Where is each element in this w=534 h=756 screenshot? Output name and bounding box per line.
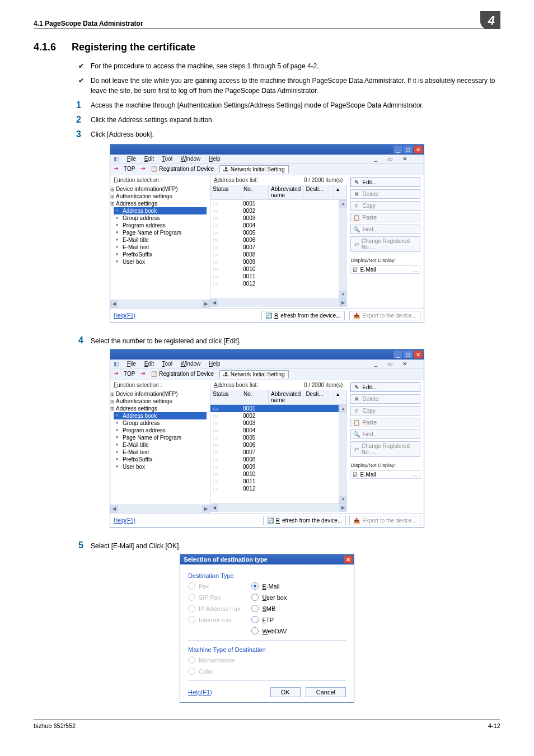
menu-help[interactable]: Help: [209, 156, 221, 162]
function-tree[interactable]: Device information(MFP)Authentication se…: [110, 183, 210, 300]
table-row[interactable]: 0005: [210, 434, 347, 441]
ok-button[interactable]: OK: [270, 687, 301, 697]
tree-item[interactable]: E-Mail text: [114, 244, 207, 251]
grid-body[interactable]: 0001000200030004000500060007000800090010…: [210, 200, 347, 298]
col-no[interactable]: No.: [241, 185, 269, 199]
tree-item[interactable]: E-Mail title: [114, 441, 207, 449]
tree-item[interactable]: Page Name of Program: [114, 434, 207, 441]
table-row[interactable]: 0002: [210, 207, 347, 214]
col-dest[interactable]: Desti...: [303, 185, 334, 199]
tree-item[interactable]: Address settings: [114, 405, 207, 412]
col-abbr[interactable]: Abbreviated name: [269, 185, 303, 199]
tree-hscroll[interactable]: ◀▶: [110, 300, 210, 308]
menu-edit[interactable]: Edit: [144, 361, 154, 367]
tree-item[interactable]: Prefix/Suffix: [114, 251, 207, 258]
tab-network-setting[interactable]: 🖧 Network Initial Setting: [219, 370, 289, 378]
mdi-close[interactable]: ✕: [402, 156, 407, 162]
tree-item[interactable]: Authentication settings: [114, 193, 207, 200]
maximize-button[interactable]: □: [404, 146, 413, 153]
table-row[interactable]: 0008: [210, 456, 347, 463]
radio-user-box[interactable]: User box: [251, 594, 287, 601]
minimize-button[interactable]: _: [394, 351, 402, 358]
tab-registration[interactable]: 📋 Registration of Device: [147, 165, 217, 173]
col-status[interactable]: Status: [210, 185, 241, 199]
tree-item[interactable]: E-Mail text: [114, 449, 207, 456]
table-row[interactable]: 0010: [210, 470, 347, 478]
table-row[interactable]: 0003: [210, 419, 347, 427]
menu-edit[interactable]: Edit: [144, 156, 154, 162]
export-button[interactable]: 📤 Export to the device...: [349, 516, 420, 525]
tree-item[interactable]: Address settings: [114, 200, 207, 207]
tree-item[interactable]: Program address: [114, 222, 207, 229]
edit-button[interactable]: ✎Edit...: [350, 178, 420, 187]
dialog-close-button[interactable]: ✕: [344, 556, 353, 563]
tree-item[interactable]: Device information(MFP): [114, 185, 207, 193]
radio-webdav[interactable]: WebDAV: [251, 627, 287, 634]
copy-button[interactable]: ⎘Copy: [350, 406, 420, 416]
menu-tool[interactable]: Tool: [162, 361, 172, 367]
display-email-check[interactable]: ☑E-Mail…: [350, 470, 420, 479]
refresh-button[interactable]: 🔄 Refresh from the device...: [261, 311, 345, 320]
table-row[interactable]: 0001: [210, 405, 347, 412]
tree-item[interactable]: E-Mail title: [114, 236, 207, 244]
delete-button[interactable]: ✖Delete: [350, 394, 420, 404]
tab-top[interactable]: TOP: [120, 370, 138, 378]
radio-e-mail[interactable]: E-Mail: [251, 582, 287, 590]
paste-button[interactable]: 📋Paste: [350, 213, 420, 222]
function-tree[interactable]: Device information(MFP)Authentication se…: [110, 388, 210, 505]
table-row[interactable]: 0006: [210, 236, 347, 244]
delete-button[interactable]: ✖Delete: [350, 189, 420, 199]
tree-item[interactable]: Program address: [114, 427, 207, 434]
tree-item[interactable]: User box: [114, 463, 207, 470]
menu-window[interactable]: Window: [181, 156, 201, 162]
tree-item[interactable]: Page Name of Program: [114, 229, 207, 236]
menu-tool[interactable]: Tool: [162, 156, 172, 162]
menu-file[interactable]: File: [127, 156, 136, 162]
menu-help[interactable]: Help: [209, 361, 221, 367]
tree-item[interactable]: Prefix/Suffix: [114, 456, 207, 463]
table-row[interactable]: 0007: [210, 244, 347, 251]
dialog-help-link[interactable]: Help(F1): [188, 689, 212, 696]
help-link[interactable]: Help(F1): [114, 312, 135, 319]
copy-button[interactable]: ⎘Copy: [350, 201, 420, 211]
tree-item[interactable]: Device information(MFP): [114, 390, 207, 398]
find-button[interactable]: 🔍Find...: [350, 225, 420, 234]
tree-item[interactable]: Group address: [114, 419, 207, 427]
minimize-button[interactable]: _: [394, 146, 402, 153]
table-row[interactable]: 0009: [210, 258, 347, 265]
tab-registration[interactable]: 📋 Registration of Device: [147, 370, 217, 378]
mdi-restore[interactable]: ▭: [387, 156, 392, 162]
menu-window[interactable]: Window: [181, 361, 201, 367]
radio-ftp[interactable]: FTP: [251, 616, 287, 623]
close-button[interactable]: ✕: [414, 351, 423, 358]
find-button[interactable]: 🔍Find...: [350, 430, 420, 439]
grid-hscroll[interactable]: ◀▶: [210, 298, 347, 307]
table-row[interactable]: 0008: [210, 251, 347, 258]
export-button[interactable]: 📤 Export to the device...: [349, 311, 420, 320]
table-row[interactable]: 0005: [210, 229, 347, 236]
help-link[interactable]: Help(F1): [114, 517, 135, 524]
paste-button[interactable]: 📋Paste: [350, 418, 420, 427]
tree-item[interactable]: Group address: [114, 214, 207, 222]
tree-item[interactable]: Authentication settings: [114, 398, 207, 405]
cancel-button[interactable]: Cancel: [306, 687, 346, 697]
table-row[interactable]: 0009: [210, 463, 347, 470]
table-row[interactable]: 0002: [210, 412, 347, 419]
menu-file[interactable]: File: [127, 361, 136, 367]
scroll-up[interactable]: ▴: [334, 185, 347, 199]
table-row[interactable]: 0003: [210, 214, 347, 222]
table-row[interactable]: 0012: [210, 485, 347, 492]
display-email-check[interactable]: ☑E-Mail…: [350, 265, 420, 274]
grid-vscroll[interactable]: ▴▾: [339, 200, 347, 298]
table-row[interactable]: 0004: [210, 222, 347, 229]
change-no-button[interactable]: ⇄Change Registered No. ...: [350, 441, 420, 457]
close-button[interactable]: ✕: [414, 146, 423, 153]
table-row[interactable]: 0001: [210, 200, 347, 207]
table-row[interactable]: 0011: [210, 478, 347, 485]
table-row[interactable]: 0010: [210, 265, 347, 273]
tree-item[interactable]: Address book: [114, 207, 207, 214]
edit-button[interactable]: ✎Edit...: [350, 382, 420, 392]
table-row[interactable]: 0006: [210, 441, 347, 449]
table-row[interactable]: 0012: [210, 280, 347, 287]
mdi-min[interactable]: _: [374, 156, 377, 162]
